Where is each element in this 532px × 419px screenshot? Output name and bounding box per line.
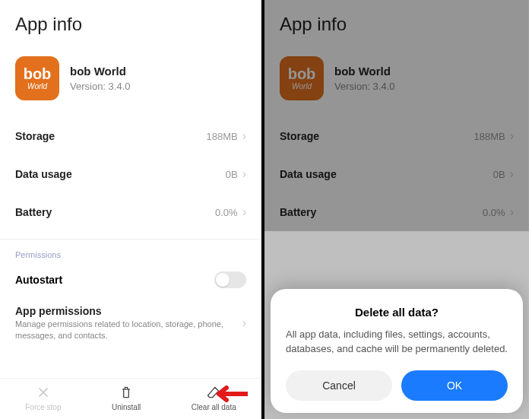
dialog-buttons: Cancel OK — [286, 370, 508, 401]
chevron-right-icon: › — [242, 316, 246, 330]
clear-all-data-label: Clear all data — [192, 403, 236, 411]
close-icon — [36, 385, 51, 400]
row-data-usage-label: Data usage — [15, 168, 72, 180]
row-app-permissions[interactable]: App permissions Manage permissions relat… — [0, 297, 261, 346]
toggle-knob — [216, 273, 230, 287]
delete-all-data-dialog: Delete all data? All app data, including… — [271, 289, 523, 413]
app-meta: bob World Version: 3.4.0 — [70, 65, 131, 92]
cancel-button[interactable]: Cancel — [286, 370, 392, 401]
row-storage[interactable]: Storage 188MB › — [0, 117, 261, 155]
permissions-section-label: Permissions — [0, 240, 261, 262]
chevron-right-icon: › — [242, 205, 246, 219]
left-pane: App info bob World bob World Version: 3.… — [0, 0, 264, 419]
force-stop-button: Force stop — [25, 385, 61, 411]
force-stop-label: Force stop — [25, 403, 61, 411]
ok-button[interactable]: OK — [401, 370, 508, 401]
autostart-toggle[interactable] — [214, 271, 246, 288]
row-autostart[interactable]: Autostart — [0, 262, 261, 297]
autostart-label: Autostart — [15, 274, 62, 286]
bottom-action-bar: Force stop Uninstall Clear all data — [0, 378, 261, 419]
right-pane: App info bob World bob World Version: 3.… — [264, 0, 529, 419]
app-icon: bob World — [15, 56, 59, 100]
chevron-right-icon: › — [242, 167, 246, 181]
row-battery-label: Battery — [15, 206, 52, 218]
row-data-usage[interactable]: Data usage 0B › — [0, 155, 261, 193]
eraser-icon — [206, 385, 221, 400]
uninstall-label: Uninstall — [112, 403, 141, 411]
app-permissions-title: App permissions — [15, 305, 238, 317]
row-data-usage-value: 0B — [226, 169, 238, 180]
trash-icon — [119, 385, 134, 400]
app-header: bob World bob World Version: 3.4.0 — [0, 46, 261, 117]
app-icon-line2: World — [27, 83, 47, 90]
app-icon-line1: bob — [24, 66, 52, 81]
dialog-title: Delete all data? — [286, 306, 508, 319]
page-title: App info — [0, 0, 261, 46]
clear-all-data-button[interactable]: Clear all data — [192, 385, 236, 411]
app-permissions-desc: Manage permissions related to location, … — [15, 319, 238, 341]
row-battery[interactable]: Battery 0.0% › — [0, 193, 261, 231]
app-version: Version: 3.4.0 — [70, 81, 131, 92]
row-storage-label: Storage — [15, 130, 55, 142]
chevron-right-icon: › — [242, 129, 246, 143]
row-battery-value: 0.0% — [215, 207, 238, 218]
app-name: bob World — [70, 65, 131, 78]
row-storage-value: 188MB — [206, 131, 237, 142]
uninstall-button[interactable]: Uninstall — [112, 385, 141, 411]
dialog-body: All app data, including files, settings,… — [286, 328, 508, 357]
